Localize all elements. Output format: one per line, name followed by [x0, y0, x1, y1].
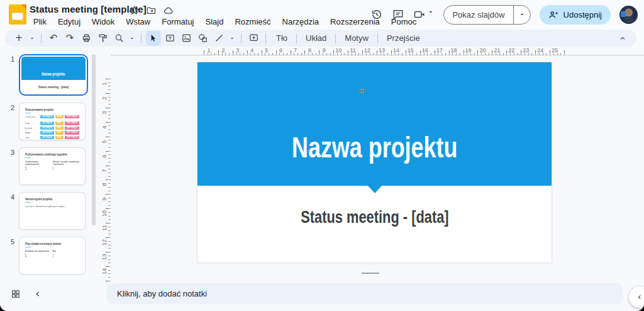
comments-icon[interactable] — [392, 8, 404, 21]
selected-thumbnail-frame[interactable]: Nazwa projektuStatus meeting - [data] — [19, 54, 88, 96]
thumb-bullets — [25, 254, 53, 257]
h-ruler-number: 24 — [536, 47, 545, 54]
account-avatar[interactable] — [619, 6, 638, 24]
slide-thumbnail-2[interactable]: Podsumowanie projektuOverall statusON TR… — [19, 103, 86, 140]
v-ruler-number: 5 — [101, 137, 108, 146]
thumb-title: Harmonogram projektu — [25, 197, 52, 201]
menu-plik[interactable]: Plik — [29, 16, 51, 28]
h-ruler-number: 2 — [219, 47, 228, 54]
filmstrip-scrollbar[interactable] — [92, 54, 96, 225]
thumb-column-header: Zrealizowane zobowiązania — [25, 161, 53, 166]
slide-title-text[interactable]: Nazwa projektu — [197, 130, 552, 164]
thumb-status-row: ScheduleON TRACKRISKOFF TRACK — [25, 127, 81, 130]
filmstrip-row: 1Nazwa projektuStatus meeting - [data] — [0, 54, 101, 96]
toolbar-button-przejcie[interactable]: Przejście — [381, 31, 426, 45]
thumb-title: Podsumowanie projektu — [25, 108, 53, 111]
new-slide-button[interactable]: + — [11, 31, 26, 46]
slide-number: 4 — [0, 192, 19, 201]
menu-edytuj[interactable]: Edytuj — [53, 16, 85, 28]
h-ruler-number: 19 — [464, 47, 473, 54]
slide-thumbnail-5[interactable]: Plan działań na kolejny tydzieńDziałania… — [19, 237, 86, 274]
insert-image-button[interactable] — [179, 31, 194, 46]
menu-rozmie[interactable]: Rozmieść — [230, 16, 275, 28]
h-ruler-number: 11 — [348, 47, 357, 54]
menu-slajd[interactable]: Slajd — [201, 16, 228, 28]
slide-thumbnail-1[interactable]: Nazwa projektuStatus meeting - [data] — [21, 57, 86, 93]
v-ruler-number: 11 — [101, 223, 108, 232]
v-ruler-number: 8 — [101, 180, 108, 189]
present-caret-icon[interactable] — [514, 11, 530, 18]
meet-camera-icon[interactable] — [413, 8, 426, 21]
h-ruler-number: 16 — [421, 47, 430, 54]
v-ruler-number: 9 — [101, 195, 108, 203]
h-ruler-number: 6 — [277, 47, 286, 54]
text-box-button[interactable] — [162, 31, 177, 46]
redo-button[interactable]: ↷ — [62, 31, 77, 46]
menu-widok[interactable]: Widok — [87, 16, 119, 28]
slide-subtitle-text[interactable]: Status meeting - [data] — [197, 207, 552, 227]
toolbar-divider — [265, 33, 266, 43]
present-label[interactable]: Pokaz slajdów — [444, 10, 513, 20]
toolbar-divider — [296, 33, 297, 43]
present-button[interactable]: Pokaz slajdów — [443, 5, 530, 25]
undo-button[interactable]: ↶ — [46, 31, 61, 46]
v-ruler-number: 13 — [101, 252, 108, 261]
slide-thumbnail-3[interactable]: Podsumowanie ostatniego tygodniaZrealizo… — [19, 147, 86, 185]
toolbar-button-to[interactable]: Tło — [270, 31, 293, 45]
paint-format-button[interactable] — [95, 31, 110, 46]
new-slide-caret-icon[interactable] — [28, 31, 36, 46]
thumb-body-text: oś czasu z omówieniem głównych etapów — [25, 205, 65, 208]
line-caret-icon[interactable] — [228, 31, 236, 46]
status-badge: OFF TRACK — [65, 127, 79, 130]
toolbar-divider — [241, 33, 242, 43]
status-badge: RISK — [55, 131, 64, 134]
toolbar-button-ukad[interactable]: Układ — [300, 31, 332, 45]
print-button[interactable] — [79, 31, 94, 46]
toolbar-button-motyw[interactable]: Motyw — [339, 31, 374, 45]
speaker-notes-input[interactable]: Kliknij, aby dodać notatki — [107, 283, 623, 304]
select-tool-button[interactable] — [146, 31, 161, 46]
menu-wstaw[interactable]: Wstaw — [121, 16, 155, 28]
v-ruler-number: 6 — [101, 152, 108, 161]
insert-shape-button[interactable] — [195, 31, 210, 46]
insert-comment-button[interactable] — [246, 31, 261, 46]
slide-number: 2 — [0, 103, 19, 111]
toolbar-divider — [377, 33, 378, 43]
toolbar: + ↶ ↷ — [5, 30, 636, 47]
h-ruler-number: 7 — [291, 47, 300, 54]
speaker-notes-placeholder: Kliknij, aby dodać notatki — [117, 289, 207, 298]
grid-view-button[interactable] — [11, 290, 20, 298]
slide-number: 3 — [0, 147, 19, 156]
zoom-button[interactable] — [111, 31, 126, 46]
collapse-filmstrip-icon[interactable] — [33, 289, 43, 299]
v-ruler-number: 1 — [101, 79, 108, 88]
h-ruler-number: 4 — [248, 47, 257, 54]
menu-formatuj[interactable]: Formatuj — [157, 16, 198, 28]
share-button[interactable]: Udostępnij — [540, 5, 611, 25]
zoom-caret-icon[interactable] — [128, 31, 136, 46]
status-badge: RISK — [55, 127, 64, 130]
version-history-icon[interactable] — [370, 8, 383, 21]
insert-line-button[interactable] — [211, 31, 226, 46]
slide-title-block[interactable] — [197, 62, 552, 186]
cloud-saved-icon[interactable] — [163, 5, 174, 16]
notes-resize-handle[interactable] — [362, 273, 379, 274]
move-to-folder-icon[interactable] — [146, 5, 157, 16]
star-icon[interactable] — [129, 5, 140, 16]
status-badge: RISK — [55, 136, 64, 139]
collapse-toolbar-icon[interactable] — [615, 31, 630, 46]
thumb-status-row: ScopeON TRACKRISKOFF TRACK — [25, 122, 81, 125]
thumb-bullets — [25, 167, 53, 170]
menu-narzdzia[interactable]: Narzędzia — [278, 16, 324, 28]
meet-caret-icon[interactable] — [427, 8, 435, 21]
status-badge: OFF TRACK — [65, 136, 79, 139]
h-ruler-number: 21 — [492, 47, 501, 54]
share-people-icon — [548, 9, 559, 20]
thumb-accent-dash — [25, 247, 31, 247]
menu-bar: PlikEdytujWidokWstawFormatujSlajdRozmieś… — [29, 16, 421, 28]
share-label: Udostępnij — [564, 10, 602, 20]
slides-app-icon[interactable] — [9, 4, 26, 25]
slide-thumbnail-4[interactable]: Harmonogram projektuoś czasu z omówienie… — [19, 192, 86, 230]
slide-canvas[interactable]: Nazwa projektu Status meeting - [data] — [197, 62, 552, 263]
h-ruler-number: 3 — [233, 47, 242, 54]
